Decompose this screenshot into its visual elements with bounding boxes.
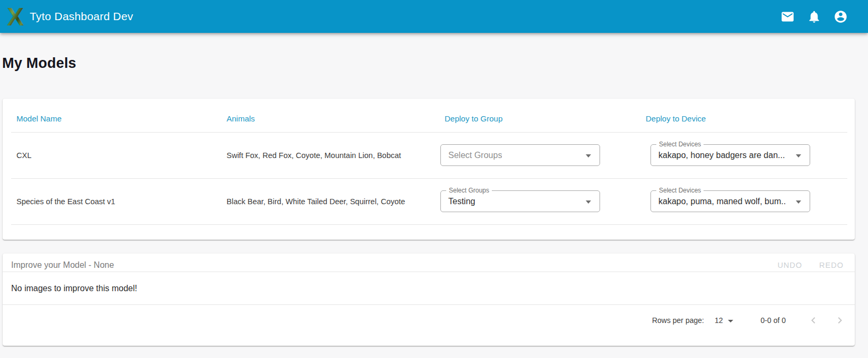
dropdown-arrow-icon [796, 200, 801, 204]
column-header-model-name: Model Name [16, 114, 62, 123]
model-name-cell: CXL [16, 151, 31, 160]
bell-icon [807, 10, 821, 24]
models-table-header-row: Model Name Animals Deploy to Group Deplo… [3, 99, 855, 132]
models-table-card: Model Name Animals Deploy to Group Deplo… [3, 99, 855, 240]
dropdown-arrow-icon [586, 154, 591, 158]
redo-button[interactable]: REDO [817, 260, 846, 270]
chevron-right-icon [834, 314, 846, 327]
improve-model-body: No images to improve this model! [3, 272, 855, 304]
page-title: My Models [2, 55, 76, 72]
topbar-actions [780, 9, 848, 24]
mail-button[interactable] [780, 9, 795, 24]
group-select-row2[interactable]: Select Groups Testing [440, 190, 600, 212]
device-select-value: kakapo, honey badgers are dan... [651, 151, 785, 160]
improve-model-header: Improve your Model - None UNDO REDO [3, 254, 855, 272]
dropdown-arrow-icon [796, 154, 801, 158]
column-header-animals: Animals [227, 114, 255, 123]
device-select-value: kakapo, puma, maned wolf, bum... [651, 197, 786, 206]
chevron-left-icon [807, 314, 820, 327]
group-select-label: Select Groups [446, 187, 492, 194]
app-header: X Tyto Dashboard Dev [0, 0, 868, 33]
undo-redo-group: UNDO REDO [775, 260, 846, 272]
pagination-bar: Rows per page: 12 0-0 of 0 [3, 305, 855, 336]
notifications-button[interactable] [806, 9, 821, 24]
pagination-range: 0-0 of 0 [761, 316, 786, 325]
rows-per-page-select[interactable]: 12 [715, 316, 733, 325]
device-select-row2[interactable]: Select Devices kakapo, puma, maned wolf,… [650, 190, 810, 212]
improve-model-title: Improve your Model - None [11, 260, 114, 272]
table-row-species-east-coast: Species of the East Coast v1 Black Bear,… [3, 179, 855, 224]
app-logo[interactable]: X [3, 4, 28, 29]
app-title: Tyto Dashboard Dev [30, 10, 133, 23]
rows-per-page-label: Rows per page: [652, 316, 704, 325]
dropdown-arrow-icon [586, 200, 591, 204]
group-select-row1[interactable]: Select Groups [440, 144, 600, 166]
device-select-label: Select Devices [656, 187, 704, 194]
table-row-cxl: CXL Swift Fox, Red Fox, Coyote, Mountain… [3, 133, 855, 178]
account-circle-icon [834, 10, 848, 24]
x-logo-icon: X [4, 4, 27, 29]
device-select-label: Select Devices [656, 141, 704, 148]
improve-model-card: Improve your Model - None UNDO REDO No i… [3, 254, 855, 346]
dropdown-arrow-icon [728, 320, 733, 322]
account-button[interactable] [833, 9, 848, 24]
mail-icon [780, 10, 795, 24]
group-select-placeholder: Select Groups [441, 151, 502, 160]
table-divider [11, 224, 847, 225]
group-select-value: Testing [441, 197, 475, 206]
previous-page-button[interactable] [804, 311, 823, 330]
column-header-deploy-to-group: Deploy to Group [445, 114, 502, 123]
device-select-row1[interactable]: Select Devices kakapo, honey badgers are… [650, 144, 810, 166]
animals-cell: Black Bear, Bird, White Tailed Deer, Squ… [227, 197, 405, 206]
rows-per-page-value: 12 [715, 316, 723, 325]
svg-text:X: X [7, 4, 24, 29]
undo-button[interactable]: UNDO [775, 260, 804, 270]
column-header-deploy-to-device: Deploy to Device [646, 114, 706, 123]
empty-state-message: No images to improve this model! [11, 284, 137, 293]
animals-cell: Swift Fox, Red Fox, Coyote, Mountain Lio… [227, 151, 401, 160]
next-page-button[interactable] [830, 311, 849, 330]
model-name-cell: Species of the East Coast v1 [16, 197, 115, 206]
